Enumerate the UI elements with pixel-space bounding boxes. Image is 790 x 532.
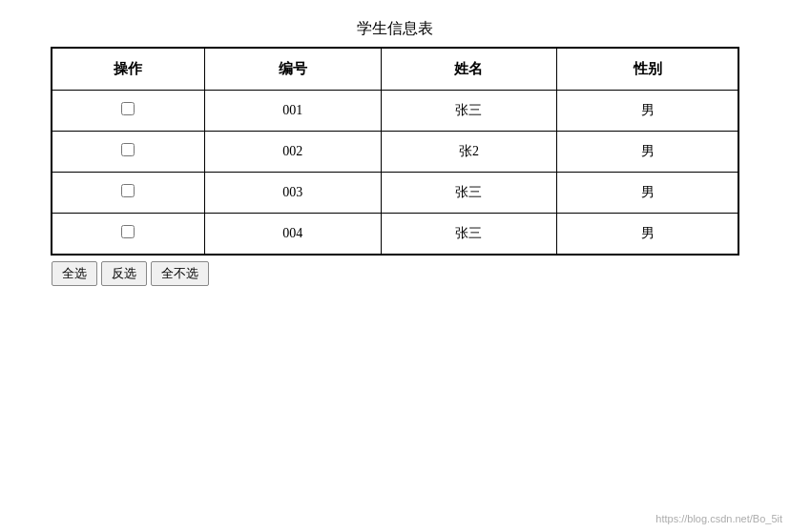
row-id-2: 003 [204, 173, 381, 214]
row-gender-0: 男 [557, 91, 738, 132]
row-action-1 [52, 132, 205, 173]
invert-button[interactable]: 反选 [101, 261, 147, 286]
row-id-1: 002 [204, 132, 381, 173]
table-header-row: 操作 编号 姓名 性别 [52, 49, 738, 91]
row-id-0: 001 [204, 91, 381, 132]
select-all-button[interactable]: 全选 [52, 261, 97, 286]
row-gender-1: 男 [557, 132, 738, 173]
checkbox-row-2[interactable] [121, 184, 135, 197]
table-row: 004张三男 [52, 214, 738, 255]
watermark: https://blog.csdn.net/Bo_5it [655, 513, 782, 524]
header-name: 姓名 [381, 49, 557, 91]
row-name-1: 张2 [381, 132, 557, 173]
table-row: 002张2男 [52, 132, 738, 173]
deselect-all-button[interactable]: 全不选 [151, 261, 209, 286]
table-container: 操作 编号 姓名 性别 001张三男002张2男003张三男004张三男 [51, 47, 739, 256]
row-action-0 [52, 91, 205, 132]
row-gender-2: 男 [557, 173, 738, 214]
button-bar: 全选 反选 全不选 [52, 261, 209, 286]
header-gender: 性别 [557, 49, 738, 91]
row-action-2 [52, 173, 205, 214]
header-id: 编号 [204, 49, 381, 91]
row-gender-3: 男 [557, 214, 738, 255]
checkbox-row-1[interactable] [121, 143, 135, 156]
table-row: 001张三男 [52, 91, 738, 132]
row-name-0: 张三 [381, 91, 557, 132]
row-id-3: 004 [204, 214, 381, 255]
row-name-3: 张三 [381, 214, 557, 255]
checkbox-row-0[interactable] [121, 102, 135, 115]
row-name-2: 张三 [381, 173, 557, 214]
row-action-3 [52, 214, 205, 255]
student-table: 操作 编号 姓名 性别 001张三男002张2男003张三男004张三男 [52, 48, 738, 255]
header-action: 操作 [52, 49, 205, 91]
page-title: 学生信息表 [357, 19, 433, 39]
checkbox-row-3[interactable] [121, 225, 135, 238]
table-row: 003张三男 [52, 173, 738, 214]
